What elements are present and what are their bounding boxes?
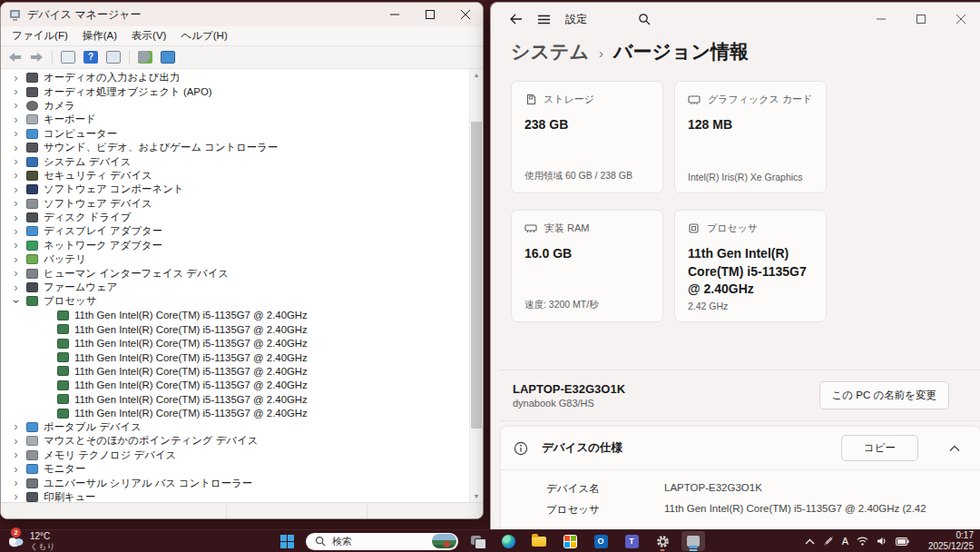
tree-item[interactable]: ›システム デバイス <box>1 154 470 168</box>
back-arrow-icon[interactable] <box>509 14 523 25</box>
tree-item[interactable]: ›印刷キュー <box>1 490 470 502</box>
chevron-right-icon[interactable]: › <box>10 491 22 502</box>
chevron-right-icon[interactable]: › <box>10 143 22 153</box>
chevron-right-icon[interactable]: › <box>10 449 22 460</box>
chevron-right-icon[interactable]: › <box>10 212 22 223</box>
close-button[interactable] <box>447 3 483 26</box>
tree-item[interactable]: ›ソフトウェア コンポーネント <box>1 182 470 196</box>
microsoft-365-button[interactable] <box>558 531 582 551</box>
chevron-down-icon[interactable]: › <box>11 295 22 307</box>
tree-item[interactable]: ›ディスク ドライブ <box>1 211 470 224</box>
chevron-right-icon[interactable]: › <box>10 282 22 293</box>
weather-widget[interactable]: 2 12°C くもり <box>0 531 55 551</box>
minimize-button[interactable] <box>377 3 412 26</box>
tree-item[interactable]: ›バッテリ <box>1 252 470 266</box>
minimize-button[interactable] <box>861 3 901 35</box>
back-icon[interactable] <box>8 52 22 63</box>
maximize-button[interactable] <box>901 3 941 35</box>
tree-item[interactable]: 11th Gen Intel(R) Core(TM) i5-1135G7 @ 2… <box>1 364 470 378</box>
tree-item[interactable]: ›ファームウェア <box>1 281 470 294</box>
chevron-right-icon[interactable]: › <box>10 254 22 265</box>
tree-item[interactable]: ›プロセッサ <box>1 294 470 308</box>
menu-action[interactable]: 操作(A) <box>75 27 124 44</box>
help-icon[interactable]: ? <box>83 51 98 64</box>
scan-hardware-changes-icon[interactable] <box>138 51 152 64</box>
taskbar-search[interactable]: 検索 <box>306 533 458 550</box>
tree-item[interactable]: 11th Gen Intel(R) Core(TM) i5-1135G7 @ 2… <box>1 350 470 364</box>
chevron-right-icon[interactable]: › <box>10 184 22 195</box>
chevron-right-icon[interactable]: › <box>10 114 22 125</box>
show-console-tree-icon[interactable] <box>61 51 75 64</box>
copy-button[interactable]: コピー <box>841 435 918 461</box>
maximize-button[interactable] <box>412 3 447 26</box>
chevron-right-icon[interactable]: › <box>10 156 22 167</box>
tree-item[interactable]: ›オーディオ処理オブジェクト (APO) <box>1 84 470 98</box>
forward-icon[interactable] <box>30 52 44 63</box>
hamburger-menu-icon[interactable] <box>537 15 551 25</box>
wifi-icon[interactable] <box>857 537 868 546</box>
rename-pc-button[interactable]: この PC の名前を変更 <box>819 381 949 409</box>
tree-item[interactable]: 11th Gen Intel(R) Core(TM) i5-1135G7 @ 2… <box>1 379 470 392</box>
tree-item[interactable]: 11th Gen Intel(R) Core(TM) i5-1135G7 @ 2… <box>1 392 470 406</box>
chevron-right-icon[interactable]: › <box>10 73 22 84</box>
chevron-right-icon[interactable]: › <box>10 421 22 432</box>
tree-item[interactable]: ›ポータブル デバイス <box>1 420 470 434</box>
task-view-button[interactable] <box>466 531 489 551</box>
tree-item[interactable]: ›ユニバーサル シリアル バス コントローラー <box>1 476 470 489</box>
devices-view-icon[interactable] <box>161 51 175 64</box>
clock[interactable]: 0:17 2025/12/25 <box>928 530 974 552</box>
outlook-button[interactable]: O <box>589 531 612 551</box>
tree-item[interactable]: 11th Gen Intel(R) Core(TM) i5-1135G7 @ 2… <box>1 322 470 336</box>
tree-item[interactable]: ›サウンド、ビデオ、およびゲーム コントローラー <box>1 141 470 154</box>
chevron-right-icon[interactable]: › <box>10 436 22 447</box>
menu-file[interactable]: ファイル(F) <box>5 27 75 44</box>
chevron-right-icon[interactable]: › <box>10 478 22 488</box>
tree-item[interactable]: ›カメラ <box>1 99 470 113</box>
tree-item[interactable]: ›ネットワーク アダプター <box>1 239 470 252</box>
search-highlight-image[interactable] <box>432 534 456 548</box>
tree-item[interactable]: ›ソフトウェア デバイス <box>1 197 470 211</box>
breadcrumb-system[interactable]: システム <box>511 39 589 64</box>
settings-button[interactable] <box>651 531 674 551</box>
device-manager-titlebar[interactable]: デバイス マネージャー <box>1 3 483 26</box>
vertical-scrollbar[interactable]: ▲ ▼ <box>469 69 483 502</box>
tree-item[interactable]: 11th Gen Intel(R) Core(TM) i5-1135G7 @ 2… <box>1 336 470 350</box>
chevron-right-icon[interactable]: › <box>10 170 22 181</box>
edge-button[interactable] <box>496 531 520 551</box>
tree-item[interactable]: ›オーディオの入力および出力 <box>1 71 470 84</box>
ime-mode-indicator[interactable]: A <box>842 536 848 547</box>
tree-item[interactable]: 11th Gen Intel(R) Core(TM) i5-1135G7 @ 2… <box>1 309 470 322</box>
chevron-right-icon[interactable]: › <box>10 226 22 237</box>
pen-icon[interactable] <box>823 536 834 547</box>
tree-item[interactable]: ›モニター <box>1 462 470 476</box>
tree-item[interactable]: ›マウスとそのほかのポインティング デバイス <box>1 434 470 448</box>
chevron-right-icon[interactable]: › <box>10 128 22 139</box>
device-tree[interactable]: ›オーディオの入力および出力›オーディオ処理オブジェクト (APO)›カメラ›キ… <box>1 71 470 502</box>
menu-view[interactable]: 表示(V) <box>124 27 173 44</box>
chevron-right-icon[interactable]: › <box>10 268 22 279</box>
tree-item[interactable]: ›キーボード <box>1 113 470 126</box>
chevron-right-icon[interactable]: › <box>10 240 22 251</box>
chevron-up-icon[interactable] <box>949 445 960 452</box>
tree-item[interactable]: ›メモリ テクノロジ デバイス <box>1 448 470 462</box>
device-manager-taskbar-button[interactable] <box>681 531 705 551</box>
file-explorer-button[interactable] <box>527 531 551 551</box>
search-icon[interactable] <box>638 13 651 25</box>
chevron-right-icon[interactable]: › <box>10 86 22 97</box>
tree-item[interactable]: ›コンピューター <box>1 127 470 141</box>
tree-item[interactable]: 11th Gen Intel(R) Core(TM) i5-1135G7 @ 2… <box>1 406 470 419</box>
chevron-right-icon[interactable]: › <box>10 198 22 209</box>
battery-icon[interactable] <box>896 537 909 546</box>
device-spec-header[interactable]: デバイスの仕様 コピー <box>501 427 980 469</box>
scroll-up-icon[interactable]: ▲ <box>470 69 483 81</box>
chevron-right-icon[interactable]: › <box>10 100 22 111</box>
tree-item[interactable]: ›セキュリティ デバイス <box>1 169 470 182</box>
scroll-down-icon[interactable]: ▼ <box>470 490 483 502</box>
close-button[interactable] <box>941 3 980 35</box>
tree-item[interactable]: ›ヒューマン インターフェイス デバイス <box>1 266 470 280</box>
menu-help[interactable]: ヘルプ(H) <box>173 27 234 44</box>
chevron-right-icon[interactable]: › <box>10 464 22 475</box>
properties-icon[interactable] <box>106 51 121 64</box>
scrollbar-thumb[interactable] <box>471 122 482 429</box>
teams-button[interactable]: T <box>620 531 643 551</box>
